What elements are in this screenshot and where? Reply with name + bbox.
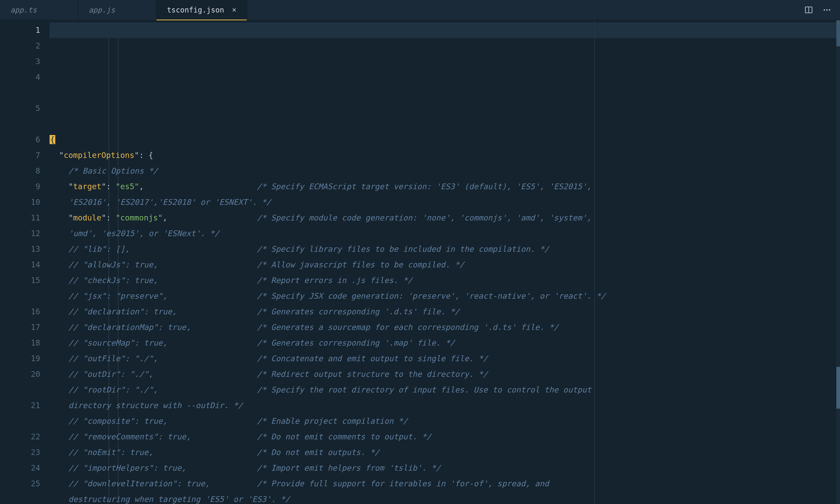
code-line-wrap[interactable]: directory structure with --outDir. */ [50, 398, 840, 413]
line-number: 15 [0, 273, 40, 288]
code-line-wrap[interactable]: 'umd', 'es2015', or 'ESNext'. */ [50, 226, 840, 241]
code-line[interactable]: "module": "commonjs", /* Specify module … [50, 210, 840, 226]
line-number [0, 288, 40, 304]
line-number: 21 [0, 398, 40, 413]
line-number: 22 [0, 429, 40, 445]
line-number: 1 [0, 22, 40, 38]
line-number: 4 [0, 69, 40, 85]
code-line[interactable]: // "lib": [], /* Specify library files t… [50, 241, 840, 257]
editor-tab-bar: app.ts app.js tsconfig.json × [0, 0, 840, 20]
code-line[interactable]: // "outDir": "./", /* Redirect output st… [50, 366, 840, 382]
tab-label: tsconfig.json [167, 6, 224, 14]
code-line-wrap[interactable]: destructuring when targeting 'ES5' or 'E… [50, 491, 840, 504]
line-number-gutter: 1234 5 6789101112131415 1617181920 21 22… [0, 20, 50, 504]
code-line[interactable]: // "declaration": true, /* Generates cor… [50, 304, 840, 320]
split-editor-icon[interactable] [804, 5, 814, 15]
line-number [0, 382, 40, 398]
line-number: 2 [0, 38, 40, 54]
line-number: 9 [0, 179, 40, 194]
line-number: 6 [0, 132, 40, 147]
line-number: 11 [0, 210, 40, 226]
svg-point-2 [824, 9, 825, 11]
svg-point-4 [829, 9, 830, 11]
code-line[interactable]: /* Basic Options */ [50, 163, 840, 179]
line-number: 16 [0, 304, 40, 320]
code-line[interactable]: // "jsx": "preserve", /* Specify JSX cod… [50, 288, 840, 304]
code-line[interactable]: // "allowJs": true, /* Allow javascript … [50, 257, 840, 273]
tab-tsconfig-json[interactable]: tsconfig.json × [156, 0, 247, 20]
line-number: 24 [0, 460, 40, 476]
code-line[interactable]: // "declarationMap": true, /* Generates … [50, 320, 840, 335]
tab-label: app.js [89, 6, 115, 14]
code-area[interactable]: { "compilerOptions": { /* Basic Options … [50, 20, 840, 504]
line-number: 3 [0, 54, 40, 69]
code-editor[interactable]: 1234 5 6789101112131415 1617181920 21 22… [0, 20, 840, 504]
code-line[interactable]: // "noEmit": true, /* Do not emit output… [50, 445, 840, 460]
code-line[interactable]: // "sourceMap": true, /* Generates corre… [50, 335, 840, 351]
tab-label: app.ts [11, 6, 37, 14]
code-line[interactable]: "compilerOptions": { [50, 147, 840, 163]
code-line[interactable]: "target": "es5", /* Specify ECMAScript t… [50, 179, 840, 194]
line-number [0, 116, 40, 132]
code-line[interactable]: // "importHelpers": true, /* Import emit… [50, 460, 840, 476]
line-number: 25 [0, 476, 40, 491]
line-number: 19 [0, 351, 40, 366]
line-number: 23 [0, 445, 40, 460]
line-number: 7 [0, 147, 40, 163]
active-line-highlight [50, 22, 836, 38]
line-number: 20 [0, 366, 40, 382]
scrollbar-thumb[interactable] [836, 20, 840, 47]
ruler-guide [594, 20, 595, 504]
line-number: 12 [0, 226, 40, 241]
code-line[interactable]: // "composite": true, /* Enable project … [50, 413, 840, 429]
line-number: 5 [0, 101, 40, 116]
code-line[interactable]: // "removeComments": true, /* Do not emi… [50, 429, 840, 445]
line-number: 18 [0, 335, 40, 351]
code-line[interactable]: // "checkJs": true, /* Report errors in … [50, 273, 840, 288]
more-actions-icon[interactable] [822, 5, 832, 15]
code-line-wrap[interactable]: 'ES2016', 'ES2017','ES2018' or 'ESNEXT'.… [50, 194, 840, 210]
code-line[interactable]: // "rootDir": "./", /* Specify the root … [50, 382, 840, 398]
line-number: 14 [0, 257, 40, 273]
line-number [0, 413, 40, 429]
code-line[interactable]: { [50, 132, 840, 147]
code-line[interactable]: // "outFile": "./", /* Concatenate and e… [50, 351, 840, 366]
line-number: 17 [0, 320, 40, 335]
code-line[interactable]: // "downlevelIteration": true, /* Provid… [50, 476, 840, 491]
line-number [0, 85, 40, 101]
svg-point-3 [826, 9, 828, 11]
tab-app-js[interactable]: app.js [78, 0, 156, 20]
tabbar-actions [796, 0, 840, 20]
line-number: 10 [0, 194, 40, 210]
close-icon[interactable]: × [232, 6, 236, 14]
line-number: 8 [0, 163, 40, 179]
line-number: 13 [0, 241, 40, 257]
tab-app-ts[interactable]: app.ts [0, 0, 78, 20]
